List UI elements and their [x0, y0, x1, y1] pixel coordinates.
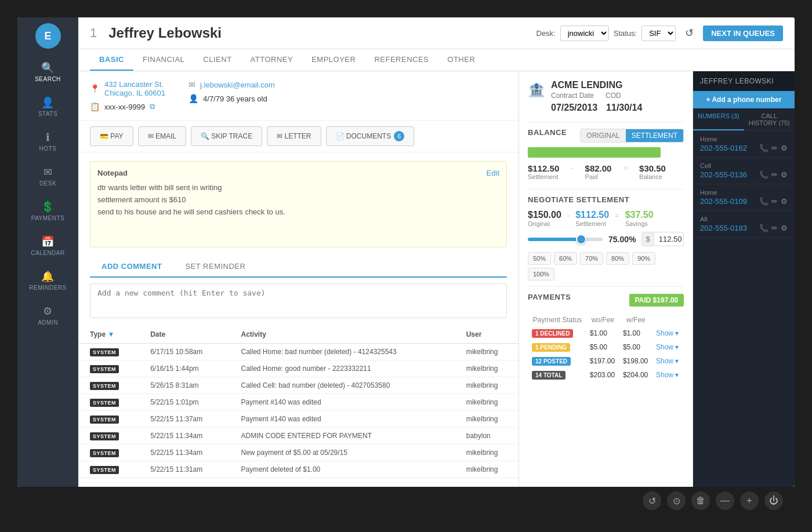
sidebar-item-hots[interactable]: ℹ HOTS	[17, 124, 78, 159]
hots-icon: ℹ	[46, 131, 50, 144]
main-tabs: BASIC FINANCIAL CLIENT ATTORNEY EMPLOYER…	[78, 49, 795, 71]
add-phone-button[interactable]: + Add a phone number	[693, 91, 795, 108]
sidebar-item-payments[interactable]: 💲 PAYMENTS	[17, 194, 78, 228]
phone-type: Home	[700, 136, 788, 143]
gear-icon[interactable]: ⚙	[781, 170, 788, 179]
bottom-delete-button[interactable]: 🗑	[691, 491, 710, 510]
skip-trace-button[interactable]: 🔍 SKIP TRACE	[191, 126, 262, 146]
call-icon[interactable]: 📞	[759, 224, 768, 232]
pct-50[interactable]: 50%	[528, 252, 551, 265]
col-date: Date	[139, 326, 229, 344]
payment-show: Show ▾	[653, 355, 683, 367]
tab-add-comment[interactable]: ADD COMMENT	[90, 256, 173, 276]
neg-original: $150.00 Original	[528, 210, 561, 227]
show-link[interactable]: Show ▾	[656, 343, 679, 351]
col-type[interactable]: Type ▼	[78, 326, 139, 344]
edit-icon[interactable]: ✏	[771, 170, 778, 179]
pct-60[interactable]: 60%	[554, 252, 577, 265]
letter-button[interactable]: ✉ LETTER	[267, 126, 321, 146]
pct-100[interactable]: 100%	[528, 268, 554, 280]
contact-col-right: ✉ j.lebowski@email.com 👤 4/7/79 36 years…	[188, 80, 275, 111]
phone-item: 📋 xxx-xx-9999 ⧉	[90, 102, 165, 111]
tab-employer[interactable]: EMPLOYER	[302, 49, 365, 71]
address-link[interactable]: 432 Lancaster St.Chicago, IL 60601	[104, 80, 165, 97]
system-badge: SYSTEM	[90, 466, 119, 474]
bottom-power-button[interactable]: ⏻	[764, 491, 783, 510]
cell-activity: Called Home: bad number (deleted) - 4124…	[230, 344, 455, 360]
sidebar-item-search[interactable]: 🔍 SEARCH	[17, 54, 78, 89]
cell-user: mikelbring	[455, 411, 519, 428]
sidebar-item-reminders[interactable]: 🔔 REMINDERS	[17, 263, 78, 298]
sidebar-item-admin[interactable]: ⚙ ADMIN	[17, 298, 78, 333]
cell-type: SYSTEM	[78, 444, 139, 461]
sidebar-item-calendar[interactable]: 📅 CALENDAR	[17, 228, 78, 263]
show-link[interactable]: Show ▾	[656, 357, 679, 365]
bottom-circle-button[interactable]: ⊙	[667, 491, 686, 510]
edit-icon[interactable]: ✏	[771, 197, 778, 206]
cell-activity: Payment #140 was edited	[230, 394, 455, 411]
notepad-edit-link[interactable]: Edit	[487, 169, 499, 177]
table-row: SYSTEM 5/26/15 8:31am Called Cell: bad n…	[78, 377, 519, 394]
tab-client[interactable]: CLIENT	[194, 49, 241, 71]
activity-table: Type ▼ Date Activity User SYSTEM 6/17/15…	[78, 326, 519, 478]
edit-icon[interactable]: ✏	[771, 224, 778, 232]
phone-actions: 📞 ✏ ⚙	[759, 170, 788, 179]
desk-select[interactable]: jnowicki	[560, 25, 609, 41]
documents-button[interactable]: 📄 DOCUMENTS 6	[326, 126, 415, 146]
phone-number-text: 202-555-0183	[700, 224, 747, 232]
refresh-button[interactable]: ↺	[680, 24, 698, 42]
gear-icon[interactable]: ⚙	[781, 197, 788, 206]
pct-90[interactable]: 90%	[632, 252, 655, 265]
email-button[interactable]: ✉ EMAIL	[138, 126, 186, 146]
comment-input[interactable]	[90, 283, 507, 318]
cell-date: 5/22/15 11:34am	[139, 428, 229, 444]
sidebar-logo: E	[35, 23, 61, 49]
bottom-minimize-button[interactable]: —	[716, 491, 734, 510]
reminders-icon: 🔔	[41, 270, 55, 283]
phone-numbers-list: Home 202-555-0162 📞 ✏ ⚙ Cell 202-555-013…	[693, 131, 795, 238]
sidebar-item-stats[interactable]: 👤 STATS	[17, 89, 78, 124]
tab-numbers[interactable]: NUMBERS (3)	[693, 108, 744, 130]
tab-basic[interactable]: BASIC	[90, 49, 133, 71]
pct-80[interactable]: 80%	[606, 252, 629, 265]
cell-user: babylon	[455, 428, 519, 444]
tab-set-reminder[interactable]: SET REMINDER	[173, 256, 257, 276]
dollar-sign: $	[642, 232, 654, 246]
phone-number-text: 202-555-0162	[700, 144, 747, 152]
bottom-refresh-button[interactable]: ↺	[643, 491, 661, 510]
bottom-maximize-button[interactable]: +	[740, 491, 759, 510]
toggle-original[interactable]: ORIGINAL	[581, 129, 625, 142]
tab-attorney[interactable]: ATTORNEY	[241, 49, 303, 71]
pct-70[interactable]: 70%	[580, 252, 603, 265]
gear-icon[interactable]: ⚙	[781, 144, 788, 152]
settlement-slider[interactable]	[528, 238, 603, 241]
system-badge: SYSTEM	[90, 432, 119, 440]
tab-other[interactable]: OTHER	[438, 49, 484, 71]
payments-section: PAYMENTS PAID $197.00 Payment Status wo/…	[528, 293, 684, 382]
gear-icon[interactable]: ⚙	[781, 224, 788, 232]
call-icon[interactable]: 📞	[759, 144, 768, 152]
tab-financial[interactable]: FINANCIAL	[133, 49, 194, 71]
phone-icon: 📋	[90, 102, 100, 111]
pay-button[interactable]: 💳 PAY	[90, 126, 133, 146]
copy-icon[interactable]: ⧉	[150, 102, 155, 111]
tab-references[interactable]: REFERENCES	[365, 49, 438, 71]
email-link[interactable]: j.lebowski@email.com	[200, 81, 275, 89]
cell-activity: Called Home: good number - 2223332211	[230, 360, 455, 377]
call-icon[interactable]: 📞	[759, 170, 768, 179]
sidebar-item-desk[interactable]: ✉ DESK	[17, 159, 78, 194]
balance-bar	[528, 147, 661, 158]
tab-call-history[interactable]: CALL HISTORY (75)	[744, 108, 795, 130]
next-in-queues-button[interactable]: NEXT IN QUEUES	[703, 25, 783, 41]
bottom-toolbar: ↺ ⊙ 🗑 — + ⏻	[17, 487, 795, 515]
edit-icon[interactable]: ✏	[771, 144, 778, 152]
record-number: 1	[90, 25, 97, 41]
payment-wfee: $1.00	[620, 327, 652, 340]
call-icon[interactable]: 📞	[759, 197, 768, 206]
status-select[interactable]: SIF	[641, 25, 676, 41]
toggle-settlement[interactable]: SETTLEMENT	[626, 129, 683, 142]
show-link[interactable]: Show ▾	[656, 329, 679, 337]
show-link[interactable]: Show ▾	[656, 371, 679, 379]
negotiate-title: NEGOTIATE SETTLEMENT	[528, 195, 684, 204]
phone-entry: Home 202-555-0109 📞 ✏ ⚙	[693, 184, 795, 211]
